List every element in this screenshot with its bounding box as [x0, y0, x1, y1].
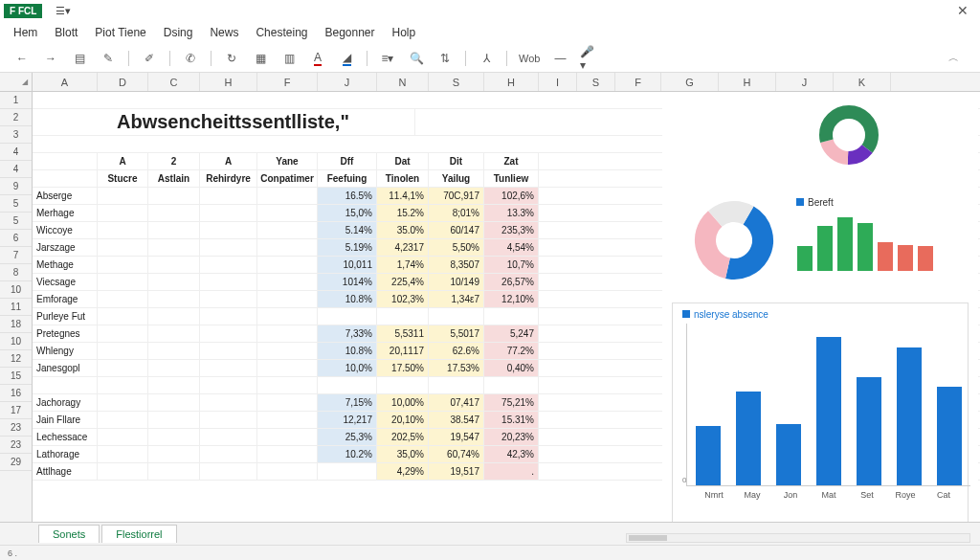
cell[interactable]: 13.3% [484, 205, 539, 221]
cell[interactable]: Emforage [33, 291, 98, 307]
cell[interactable]: 60,74% [429, 446, 484, 462]
cell[interactable]: 16.5% [318, 188, 377, 204]
cell[interactable] [257, 205, 318, 221]
row-header[interactable]: 15 [0, 368, 32, 385]
cell[interactable] [148, 377, 200, 393]
cell[interactable] [200, 325, 257, 342]
col-header[interactable]: J [776, 73, 834, 91]
cell[interactable] [200, 429, 257, 445]
cell[interactable]: Jain Fllare [33, 412, 98, 428]
col-header[interactable]: K [834, 73, 891, 91]
col-header[interactable]: A [33, 73, 98, 91]
horizontal-scrollbar[interactable] [626, 533, 970, 543]
cell[interactable]: 0,40% [484, 360, 539, 376]
cell[interactable] [148, 205, 200, 221]
cell[interactable]: Purleye Fut [33, 308, 98, 325]
cell[interactable]: Jachoragy [33, 394, 98, 411]
cell[interactable]: 10,00% [377, 394, 429, 411]
cell[interactable]: Yailug [429, 170, 484, 187]
cell[interactable] [257, 188, 318, 204]
cell[interactable]: 5,5311 [377, 325, 429, 342]
cell[interactable] [98, 222, 148, 238]
cell[interactable] [377, 308, 429, 325]
cell[interactable]: Jarszage [33, 239, 98, 256]
cell[interactable] [257, 463, 318, 480]
col-header[interactable]: F [615, 73, 661, 91]
cell[interactable]: 4,54% [484, 239, 539, 256]
row-header[interactable]: 2 [0, 109, 32, 126]
col-header[interactable]: H [719, 73, 776, 91]
cell[interactable] [377, 377, 429, 393]
col-header[interactable]: S [577, 73, 615, 91]
cell[interactable] [484, 308, 539, 325]
cell[interactable] [148, 222, 200, 238]
row-header[interactable]: 10 [0, 281, 32, 299]
cell[interactable] [257, 325, 318, 342]
row-header[interactable]: 5 [0, 213, 32, 230]
col-header[interactable]: I [539, 73, 577, 91]
cell[interactable]: 07,417 [429, 394, 484, 411]
list-icon[interactable]: ▤ [71, 50, 88, 67]
cell[interactable] [257, 446, 318, 462]
menu-dsing[interactable]: Dsing [164, 26, 193, 39]
cell[interactable] [148, 291, 200, 307]
cell[interactable] [148, 308, 200, 325]
cell[interactable]: Wiccoye [33, 222, 98, 238]
col-header[interactable]: H [200, 73, 257, 91]
cell[interactable] [98, 239, 148, 256]
cell[interactable] [429, 377, 484, 393]
cell[interactable]: Rehirdyre [200, 170, 257, 187]
cell[interactable] [98, 274, 148, 290]
cell[interactable]: 75,21% [484, 394, 539, 411]
row-header[interactable]: 4 [0, 144, 32, 161]
row-header[interactable]: 11 [0, 299, 32, 316]
cell[interactable] [200, 222, 257, 238]
cell[interactable]: 15.31% [484, 412, 539, 428]
cell[interactable] [98, 205, 148, 221]
cell[interactable] [257, 257, 318, 273]
cell[interactable]: 35.0% [377, 222, 429, 238]
document-title[interactable]: Abwsencheittssentlliste," [33, 109, 415, 135]
cell[interactable]: 15,0% [318, 205, 377, 221]
cell[interactable]: 20,10% [377, 412, 429, 428]
cell[interactable]: A [200, 153, 257, 169]
cell[interactable]: 7,15% [318, 394, 377, 411]
cell[interactable] [148, 412, 200, 428]
cell[interactable] [98, 291, 148, 307]
cell[interactable]: 10/149 [429, 274, 484, 290]
cell[interactable]: Tunliew [484, 170, 539, 187]
cell[interactable] [148, 429, 200, 445]
menu-chesteing[interactable]: Chesteing [256, 26, 307, 39]
cell[interactable] [257, 308, 318, 325]
font-color-icon[interactable]: A [309, 50, 326, 67]
cell[interactable]: Zat [484, 153, 539, 169]
cell[interactable] [148, 463, 200, 480]
cell[interactable] [257, 291, 318, 307]
cell[interactable] [200, 463, 257, 480]
col-header[interactable]: F [257, 73, 318, 91]
cell[interactable]: 11.4,1% [377, 188, 429, 204]
cell[interactable] [200, 360, 257, 376]
cell[interactable] [98, 446, 148, 462]
zoom-icon[interactable]: 🔍 [408, 50, 425, 67]
cell[interactable]: 10.8% [318, 291, 377, 307]
row-header[interactable]: 12 [0, 350, 32, 368]
cell[interactable] [148, 188, 200, 204]
cell[interactable]: 5,50% [429, 239, 484, 256]
cell[interactable]: 25,3% [318, 429, 377, 445]
row-header[interactable]: 18 [0, 316, 32, 333]
cell[interactable] [148, 446, 200, 462]
cell[interactable] [98, 377, 148, 393]
menu-holp[interactable]: Holp [392, 26, 416, 39]
col-header[interactable]: G [661, 73, 719, 91]
row-header[interactable]: 17 [0, 402, 32, 419]
cell[interactable]: 5.14% [318, 222, 377, 238]
cell[interactable]: 15.2% [377, 205, 429, 221]
sort-icon[interactable]: ⇅ [436, 50, 454, 67]
cell[interactable]: 42,3% [484, 446, 539, 462]
col-header[interactable]: S [429, 73, 484, 91]
cell[interactable]: 12,10% [484, 291, 539, 307]
cell[interactable]: 1,74% [377, 257, 429, 273]
back-icon[interactable]: ← [13, 50, 31, 67]
col-header[interactable]: H [484, 73, 539, 91]
